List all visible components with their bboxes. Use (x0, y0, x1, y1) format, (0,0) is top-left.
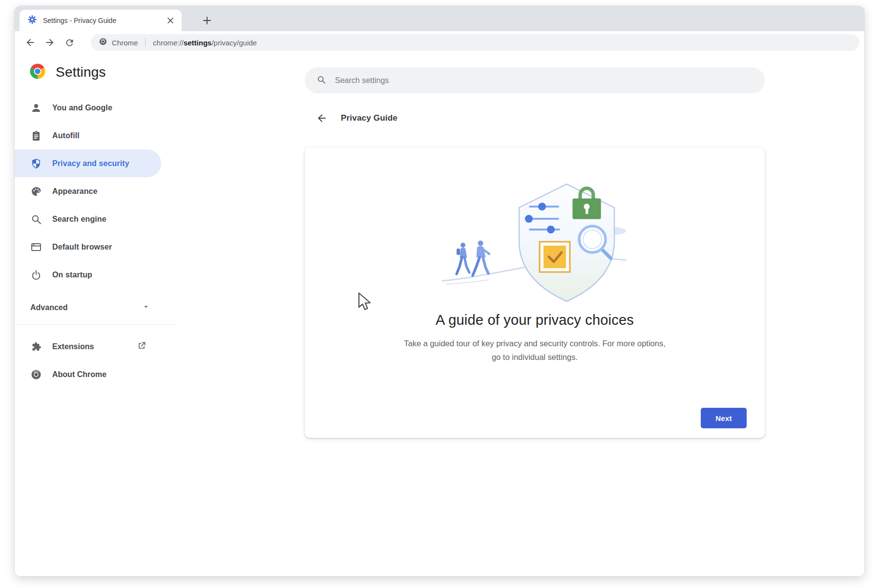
sidebar-item-label: Privacy and security (52, 159, 129, 168)
search-settings-input[interactable] (335, 76, 753, 85)
puzzle-icon (30, 341, 42, 353)
settings-search-bar[interactable] (305, 67, 765, 93)
sliders-shape (525, 203, 559, 233)
settings-page: Settings You and Google (15, 54, 864, 576)
search-icon (30, 213, 42, 225)
browser-window-icon (30, 241, 42, 253)
search-icon (316, 75, 326, 86)
sidebar-item-label: You and Google (52, 104, 112, 112)
sidebar-divider (15, 324, 176, 325)
settings-gear-favicon (27, 15, 37, 26)
checkbox-shape (540, 242, 570, 272)
chrome-gray-logo-icon (30, 369, 42, 380)
power-icon (30, 269, 42, 281)
external-link-icon (137, 341, 146, 353)
card-description: Take a guided tour of key privacy and se… (402, 336, 668, 364)
address-separator (145, 38, 146, 47)
sidebar-nav: You and Google Autofill (15, 94, 205, 289)
privacy-guide-illustration (305, 147, 765, 304)
back-button[interactable] (23, 36, 37, 49)
sidebar-item-label: Appearance (52, 187, 98, 196)
sidebar-item-label: Default browser (52, 243, 112, 252)
tab-close-icon[interactable] (165, 15, 176, 26)
browser-tab[interactable]: Settings - Privacy Guide (20, 10, 182, 31)
browser-window: Settings - Privacy Guide (15, 6, 864, 576)
advanced-label: Advanced (30, 303, 67, 312)
clipboard-icon (30, 130, 42, 142)
sidebar-item-autofill[interactable]: Autofill (15, 122, 161, 149)
settings-content: Privacy Guide (205, 54, 864, 576)
new-tab-button[interactable] (199, 13, 215, 28)
sidebar-item-on-startup[interactable]: On startup (15, 261, 161, 289)
browser-toolbar: Chrome chrome://settings/privacy/guide (15, 31, 864, 54)
forward-button[interactable] (43, 36, 57, 49)
sidebar-item-label: On startup (52, 271, 92, 279)
sidebar-item-you-and-google[interactable]: You and Google (15, 94, 161, 122)
chrome-logo-icon (29, 63, 46, 82)
shield-icon (30, 158, 42, 169)
sidebar-item-label: Search engine (52, 215, 106, 224)
palette-icon (30, 186, 42, 197)
sidebar-item-about-chrome[interactable]: About Chrome (15, 360, 161, 388)
chevron-down-icon (142, 302, 150, 313)
sidebar-item-advanced[interactable]: Advanced (15, 294, 161, 321)
address-bar[interactable]: Chrome chrome://settings/privacy/guide (91, 34, 859, 51)
reload-button[interactable] (63, 36, 76, 49)
person-icon (30, 102, 42, 114)
address-engine-label: Chrome (112, 39, 138, 47)
sidebar-item-appearance[interactable]: Appearance (15, 177, 161, 205)
settings-brand: Settings (15, 63, 205, 82)
page-title: Privacy Guide (341, 113, 398, 123)
chrome-badge-icon (99, 37, 107, 48)
sidebar-item-extensions[interactable]: Extensions (15, 333, 161, 360)
page-heading: Settings (56, 64, 106, 80)
sidebar-item-label: About Chrome (52, 370, 161, 379)
tab-strip: Settings - Privacy Guide (15, 6, 864, 31)
settings-sidebar: Settings You and Google (15, 54, 205, 576)
sidebar-item-label: Autofill (52, 131, 80, 140)
card-title: A guide of your privacy choices (305, 310, 765, 330)
url-text: chrome://settings/privacy/guide (153, 39, 257, 47)
sidebar-item-default-browser[interactable]: Default browser (15, 233, 161, 261)
sidebar-item-privacy-and-security[interactable]: Privacy and security (15, 149, 161, 177)
people-shape (457, 241, 489, 276)
page-title-row: Privacy Guide (305, 111, 765, 126)
privacy-guide-card: A guide of your privacy choices Take a g… (305, 147, 765, 438)
next-button[interactable]: Next (701, 408, 747, 428)
sidebar-item-search-engine[interactable]: Search engine (15, 205, 161, 233)
tab-title: Settings - Privacy Guide (43, 17, 159, 24)
sidebar-item-label: Extensions (52, 342, 126, 351)
back-arrow-button[interactable] (314, 111, 329, 126)
